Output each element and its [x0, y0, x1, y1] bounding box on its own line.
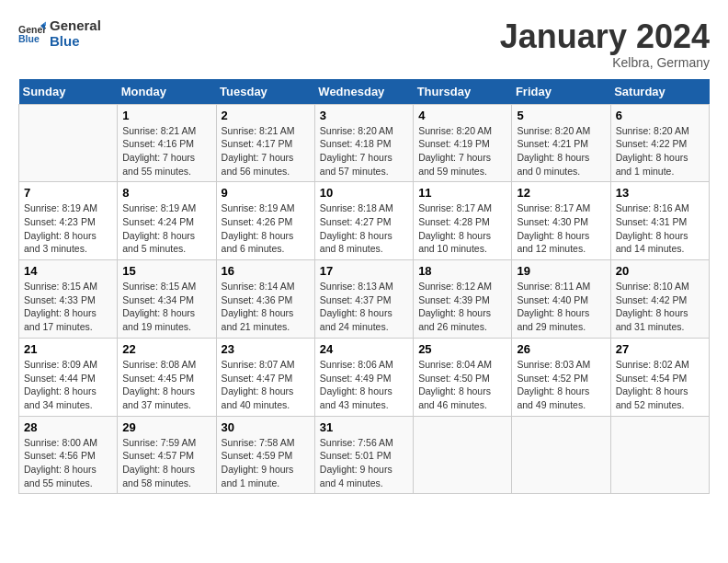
day-info: Sunrise: 8:21 AM Sunset: 4:17 PM Dayligh…: [222, 124, 310, 178]
day-info: Sunrise: 8:12 AM Sunset: 4:39 PM Dayligh…: [418, 280, 506, 334]
day-number: 15: [122, 264, 210, 278]
calendar-cell: 19Sunrise: 8:11 AM Sunset: 4:40 PM Dayli…: [512, 260, 610, 339]
day-info: Sunrise: 8:20 AM Sunset: 4:21 PM Dayligh…: [517, 124, 605, 178]
calendar-cell: [512, 416, 610, 494]
logo-icon: General Blue: [18, 20, 46, 48]
calendar-cell: 4Sunrise: 8:20 AM Sunset: 4:19 PM Daylig…: [414, 104, 512, 182]
calendar-cell: 17Sunrise: 8:13 AM Sunset: 4:37 PM Dayli…: [314, 260, 413, 339]
day-info: Sunrise: 8:11 AM Sunset: 4:40 PM Dayligh…: [517, 280, 605, 334]
day-number: 25: [418, 342, 506, 356]
calendar-week-5: 28Sunrise: 8:00 AM Sunset: 4:56 PM Dayli…: [19, 416, 710, 494]
calendar-week-3: 14Sunrise: 8:15 AM Sunset: 4:33 PM Dayli…: [19, 260, 710, 339]
day-info: Sunrise: 8:04 AM Sunset: 4:50 PM Dayligh…: [418, 358, 506, 412]
day-number: 17: [320, 264, 408, 278]
day-info: Sunrise: 8:15 AM Sunset: 4:34 PM Dayligh…: [122, 280, 210, 334]
day-number: 22: [122, 342, 210, 356]
day-number: 3: [320, 109, 408, 122]
calendar-table: SundayMondayTuesdayWednesdayThursdayFrid…: [18, 79, 710, 495]
day-number: 5: [517, 109, 605, 122]
day-number: 13: [616, 186, 704, 200]
day-number: 18: [418, 264, 506, 278]
calendar-cell: 5Sunrise: 8:20 AM Sunset: 4:21 PM Daylig…: [512, 104, 610, 182]
location-subtitle: Kelbra, Germany: [500, 55, 710, 70]
day-info: Sunrise: 7:56 AM Sunset: 5:01 PM Dayligh…: [320, 436, 408, 490]
weekday-header-row: SundayMondayTuesdayWednesdayThursdayFrid…: [19, 79, 710, 105]
calendar-cell: [610, 416, 709, 494]
day-info: Sunrise: 8:07 AM Sunset: 4:47 PM Dayligh…: [222, 358, 310, 412]
calendar-cell: 21Sunrise: 8:09 AM Sunset: 4:44 PM Dayli…: [19, 338, 118, 416]
logo: General Blue General Blue: [18, 18, 101, 49]
day-info: Sunrise: 8:08 AM Sunset: 4:45 PM Dayligh…: [122, 358, 210, 412]
calendar-cell: 12Sunrise: 8:17 AM Sunset: 4:30 PM Dayli…: [512, 182, 610, 260]
day-info: Sunrise: 8:02 AM Sunset: 4:54 PM Dayligh…: [616, 358, 704, 412]
day-number: 29: [122, 420, 210, 434]
weekday-header-tuesday: Tuesday: [216, 79, 314, 105]
day-info: Sunrise: 8:19 AM Sunset: 4:26 PM Dayligh…: [222, 201, 310, 256]
calendar-cell: 27Sunrise: 8:02 AM Sunset: 4:54 PM Dayli…: [610, 338, 709, 416]
calendar-cell: 31Sunrise: 7:56 AM Sunset: 5:01 PM Dayli…: [314, 416, 413, 494]
weekday-header-monday: Monday: [118, 79, 216, 105]
calendar-cell: 20Sunrise: 8:10 AM Sunset: 4:42 PM Dayli…: [610, 260, 709, 339]
calendar-cell: 28Sunrise: 8:00 AM Sunset: 4:56 PM Dayli…: [19, 416, 118, 494]
calendar-cell: 22Sunrise: 8:08 AM Sunset: 4:45 PM Dayli…: [118, 338, 216, 416]
day-info: Sunrise: 7:59 AM Sunset: 4:57 PM Dayligh…: [122, 436, 210, 490]
day-info: Sunrise: 8:21 AM Sunset: 4:16 PM Dayligh…: [122, 124, 210, 178]
calendar-cell: [19, 104, 118, 182]
day-info: Sunrise: 7:58 AM Sunset: 4:59 PM Dayligh…: [222, 436, 310, 490]
day-info: Sunrise: 8:16 AM Sunset: 4:31 PM Dayligh…: [616, 201, 704, 256]
day-info: Sunrise: 8:20 AM Sunset: 4:19 PM Dayligh…: [418, 124, 506, 178]
day-number: 26: [517, 342, 605, 356]
calendar-cell: 1Sunrise: 8:21 AM Sunset: 4:16 PM Daylig…: [118, 104, 216, 182]
calendar-cell: 13Sunrise: 8:16 AM Sunset: 4:31 PM Dayli…: [610, 182, 709, 260]
calendar-cell: 24Sunrise: 8:06 AM Sunset: 4:49 PM Dayli…: [314, 338, 413, 416]
calendar-cell: 25Sunrise: 8:04 AM Sunset: 4:50 PM Dayli…: [414, 338, 512, 416]
day-info: Sunrise: 8:10 AM Sunset: 4:42 PM Dayligh…: [616, 280, 704, 334]
weekday-header-sunday: Sunday: [19, 79, 118, 105]
day-number: 27: [616, 342, 704, 356]
day-number: 10: [320, 186, 408, 200]
day-info: Sunrise: 8:00 AM Sunset: 4:56 PM Dayligh…: [24, 436, 112, 490]
calendar-cell: [414, 416, 512, 494]
day-number: 4: [418, 109, 506, 122]
logo-text-blue: Blue: [50, 34, 101, 50]
day-info: Sunrise: 8:03 AM Sunset: 4:52 PM Dayligh…: [517, 358, 605, 412]
calendar-header: SundayMondayTuesdayWednesdayThursdayFrid…: [19, 79, 710, 105]
day-number: 2: [222, 109, 310, 122]
weekday-header-thursday: Thursday: [414, 79, 512, 105]
day-info: Sunrise: 8:18 AM Sunset: 4:27 PM Dayligh…: [320, 201, 408, 256]
calendar-cell: 6Sunrise: 8:20 AM Sunset: 4:22 PM Daylig…: [610, 104, 709, 182]
day-info: Sunrise: 8:17 AM Sunset: 4:28 PM Dayligh…: [418, 201, 506, 256]
day-number: 19: [517, 264, 605, 278]
calendar-cell: 11Sunrise: 8:17 AM Sunset: 4:28 PM Dayli…: [414, 182, 512, 260]
calendar-cell: 23Sunrise: 8:07 AM Sunset: 4:47 PM Dayli…: [216, 338, 314, 416]
calendar-week-2: 7Sunrise: 8:19 AM Sunset: 4:23 PM Daylig…: [19, 182, 710, 260]
calendar-cell: 30Sunrise: 7:58 AM Sunset: 4:59 PM Dayli…: [216, 416, 314, 494]
calendar-cell: 14Sunrise: 8:15 AM Sunset: 4:33 PM Dayli…: [19, 260, 118, 339]
weekday-header-friday: Friday: [512, 79, 610, 105]
calendar-cell: 3Sunrise: 8:20 AM Sunset: 4:18 PM Daylig…: [314, 104, 413, 182]
page-header: General Blue General Blue January 2024 K…: [18, 18, 710, 70]
calendar-cell: 18Sunrise: 8:12 AM Sunset: 4:39 PM Dayli…: [414, 260, 512, 339]
day-info: Sunrise: 8:15 AM Sunset: 4:33 PM Dayligh…: [24, 280, 112, 334]
calendar-cell: 15Sunrise: 8:15 AM Sunset: 4:34 PM Dayli…: [118, 260, 216, 339]
calendar-week-4: 21Sunrise: 8:09 AM Sunset: 4:44 PM Dayli…: [19, 338, 710, 416]
logo-text-general: General: [50, 18, 101, 34]
calendar-cell: 2Sunrise: 8:21 AM Sunset: 4:17 PM Daylig…: [216, 104, 314, 182]
calendar-body: 1Sunrise: 8:21 AM Sunset: 4:16 PM Daylig…: [19, 104, 710, 494]
calendar-week-1: 1Sunrise: 8:21 AM Sunset: 4:16 PM Daylig…: [19, 104, 710, 182]
day-number: 16: [222, 264, 310, 278]
day-info: Sunrise: 8:13 AM Sunset: 4:37 PM Dayligh…: [320, 280, 408, 334]
day-number: 24: [320, 342, 408, 356]
day-number: 12: [517, 186, 605, 200]
day-number: 8: [122, 186, 210, 200]
title-area: January 2024 Kelbra, Germany: [500, 18, 710, 70]
day-info: Sunrise: 8:06 AM Sunset: 4:49 PM Dayligh…: [320, 358, 408, 412]
day-number: 21: [24, 342, 112, 356]
calendar-cell: 29Sunrise: 7:59 AM Sunset: 4:57 PM Dayli…: [118, 416, 216, 494]
day-number: 1: [122, 109, 210, 122]
calendar-cell: 10Sunrise: 8:18 AM Sunset: 4:27 PM Dayli…: [314, 182, 413, 260]
day-info: Sunrise: 8:09 AM Sunset: 4:44 PM Dayligh…: [24, 358, 112, 412]
day-info: Sunrise: 8:17 AM Sunset: 4:30 PM Dayligh…: [517, 201, 605, 256]
day-number: 31: [320, 420, 408, 434]
day-number: 20: [616, 264, 704, 278]
